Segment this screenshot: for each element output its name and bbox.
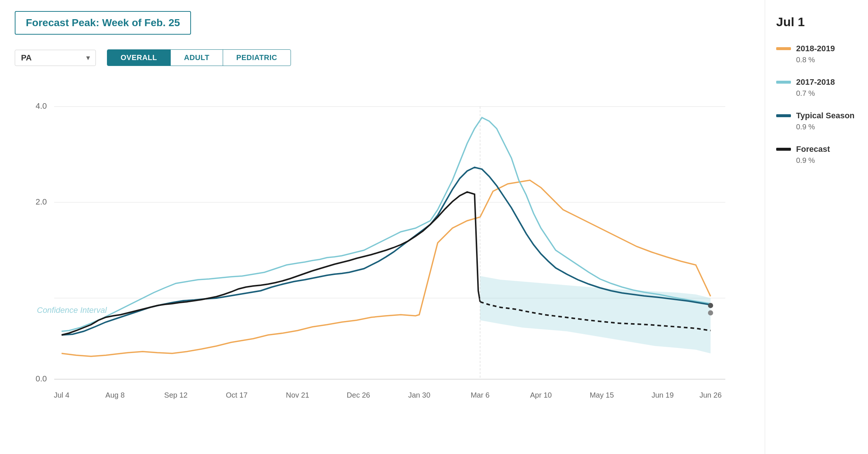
- svg-text:Apr 10: Apr 10: [530, 391, 552, 399]
- sidebar-date: Jul 1: [776, 15, 857, 29]
- legend-value-typical-season: 0.9 %: [796, 123, 857, 131]
- confidence-interval-area: [480, 276, 711, 353]
- legend-label-2017-2018: 2017-2018: [796, 77, 835, 87]
- legend-item-typical-season: Typical Season 0.9 %: [776, 111, 857, 131]
- svg-text:Aug 8: Aug 8: [105, 391, 125, 399]
- svg-text:Mar 6: Mar 6: [471, 391, 489, 399]
- tab-group: OVERALL ADULT PEDIATRIC: [107, 49, 291, 66]
- legend-label-2018-2019: 2018-2019: [796, 44, 835, 53]
- legend-value-2017-2018: 0.7 %: [796, 89, 857, 98]
- svg-text:Nov 21: Nov 21: [286, 391, 309, 399]
- state-selector[interactable]: PA ▾: [15, 50, 96, 66]
- chart-svg: 4.0 2.0 0.0 Jul 4 Aug 8 Sep 12 Oct 17 No…: [15, 77, 750, 409]
- svg-text:Sep 12: Sep 12: [164, 391, 187, 399]
- svg-text:Jun 26: Jun 26: [699, 391, 722, 399]
- controls-row: PA ▾ OVERALL ADULT PEDIATRIC: [15, 49, 750, 66]
- line-forecast-solid: [62, 192, 480, 335]
- svg-text:Oct 17: Oct 17: [226, 391, 248, 399]
- legend-line-forecast: Forecast: [776, 144, 857, 154]
- legend-swatch-2018-2019: [776, 47, 791, 50]
- legend-label-forecast: Forecast: [796, 144, 830, 154]
- forecast-peak-box: Forecast Peak: Week of Feb. 25: [15, 11, 191, 35]
- svg-text:May 15: May 15: [590, 391, 614, 399]
- svg-text:0.0: 0.0: [35, 374, 47, 383]
- forecast-dot-2: [708, 310, 713, 315]
- chevron-down-icon: ▾: [86, 54, 90, 62]
- legend-item-2018-2019: 2018-2019 0.8 %: [776, 44, 857, 64]
- forecast-peak-text: Forecast Peak: Week of Feb. 25: [26, 17, 180, 28]
- svg-text:4.0: 4.0: [35, 101, 47, 111]
- legend-value-forecast: 0.9 %: [796, 156, 857, 165]
- svg-text:Jun 19: Jun 19: [652, 391, 674, 399]
- legend-swatch-typical-season: [776, 114, 791, 117]
- tab-adult[interactable]: ADULT: [171, 50, 223, 66]
- legend-value-2018-2019: 0.8 %: [796, 56, 857, 64]
- svg-text:Dec 26: Dec 26: [347, 391, 370, 399]
- svg-text:Jan 30: Jan 30: [408, 391, 430, 399]
- tab-pediatric[interactable]: PEDIATRIC: [223, 50, 291, 66]
- state-value: PA: [21, 53, 32, 63]
- svg-text:2.0: 2.0: [35, 197, 47, 206]
- main-content: Forecast Peak: Week of Feb. 25 PA ▾ OVER…: [0, 0, 765, 454]
- legend-swatch-forecast: [776, 148, 791, 151]
- forecast-dot-1: [708, 303, 713, 308]
- legend-line-typical-season: Typical Season: [776, 111, 857, 121]
- svg-text:Jul 4: Jul 4: [54, 391, 69, 399]
- sidebar: Jul 1 2018-2019 0.8 % 2017-2018 0.7 % Ty…: [765, 0, 868, 454]
- legend-item-2017-2018: 2017-2018 0.7 %: [776, 77, 857, 98]
- chart-area: 4.0 2.0 0.0 Jul 4 Aug 8 Sep 12 Oct 17 No…: [15, 77, 750, 409]
- legend-swatch-2017-2018: [776, 81, 791, 84]
- legend-item-forecast: Forecast 0.9 %: [776, 144, 857, 165]
- legend-line-2017-2018: 2017-2018: [776, 77, 857, 87]
- legend-line-2018-2019: 2018-2019: [776, 44, 857, 53]
- legend-label-typical-season: Typical Season: [796, 111, 855, 121]
- tab-overall[interactable]: OVERALL: [107, 50, 171, 66]
- confidence-interval-label: Confidence Interval: [37, 305, 107, 315]
